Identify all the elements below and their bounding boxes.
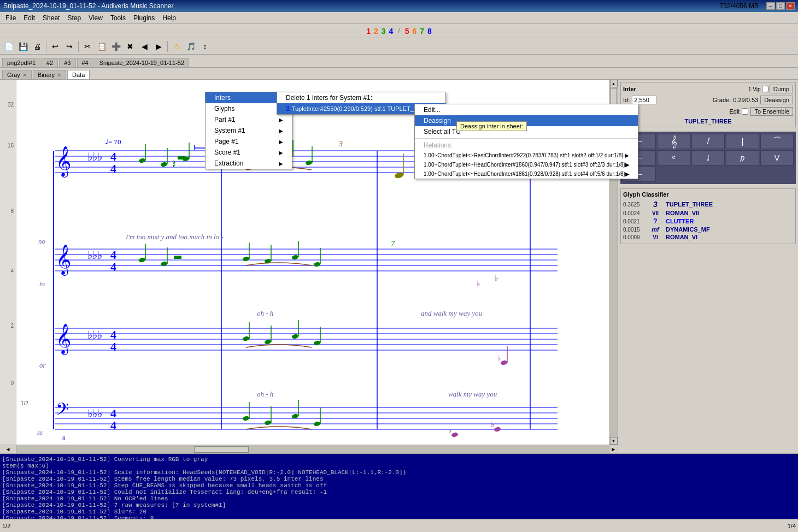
close-binary[interactable]: ✕ [57,72,61,78]
inter-name: TUPLET_THREE [623,118,793,125]
num-btn-5[interactable]: 5 [403,27,411,36]
tab-png2pdf1[interactable]: png2pdf#1 [2,58,40,67]
maximize-button[interactable]: □ [776,2,785,10]
deassign-button[interactable]: Deassign [760,96,793,104]
menu-relation-1[interactable]: 1.00~ChordTuplet<~RestChordInter#2922(0.… [415,151,638,160]
horizontal-scrollbar: ◄ ► [0,445,618,453]
symbol-time[interactable]: 𝄴 [657,150,690,165]
num-btn-6[interactable]: 6 [410,27,418,36]
paste-btn[interactable]: 📋 [95,40,108,52]
glyph-row-1: 0.3625 3 TUPLET_THREE [623,200,793,209]
tab-2[interactable]: #2 [42,58,58,67]
menu-page1[interactable]: Page #1 ▶ [206,136,292,147]
svg-text:4: 4 [110,340,116,353]
menu-relation-2[interactable]: 1.00~ChordTuplet<~HeadChordInter#1860(0.… [415,160,638,169]
vip-checkbox[interactable] [762,86,768,92]
symbol-p[interactable]: p [726,150,759,165]
print-btn[interactable]: 🖨 [31,40,44,52]
svg-point-94 [264,339,272,345]
svg-point-105 [264,420,272,426]
svg-point-112 [451,432,459,438]
redo-btn[interactable]: ↪ [63,40,76,52]
num-btn-7[interactable]: 7 [418,27,426,36]
menu-extraction[interactable]: Extraction ▶ [206,158,292,169]
svg-rect-62 [178,156,185,159]
vip-label: 1 Vip [748,86,761,92]
svg-text:𝄽: 𝄽 [173,160,175,168]
menu-step[interactable]: Step [64,13,84,23]
svg-text:oh    -     h: oh - h [257,309,273,317]
menu-file[interactable]: File [2,13,19,23]
menu-edit[interactable]: Edit... [415,104,638,115]
svg-text:♭: ♭ [497,354,501,362]
num-btn-4[interactable]: 4 [388,27,395,36]
menu-view[interactable]: View [85,13,106,23]
add-btn[interactable]: ➕ [109,40,122,52]
symbols-panel: ─ 𝄞 f | ⌒ ─ 𝄴 ♩ p V ─ [620,132,796,184]
symbol-arc[interactable]: ⌒ [760,134,794,149]
log-area[interactable]: [Snipaste_2024-10-19_01-11-52] Convertin… [0,453,798,519]
subtab-gray[interactable]: Gray ✕ [2,70,32,79]
h-scroll-track[interactable] [16,445,609,453]
menu-tools[interactable]: Tools [107,13,129,23]
del-btn[interactable]: ✖ [124,40,137,52]
symbol-f[interactable]: f [691,134,725,149]
menu-select-all-tu[interactable]: Select all TU [415,126,638,137]
to-ensemble-button[interactable]: To Ensemble [750,107,793,116]
menu-relation-3[interactable]: 1.00~ChordTuplet<~HeadChordInter#1861(0.… [415,169,638,179]
num-btn-1[interactable]: 1 [365,27,372,36]
num-btn-8[interactable]: 8 [426,27,433,36]
glyph-icon-5: VI [647,234,664,240]
prev-btn[interactable]: ◀ [138,40,151,52]
zoom-btn[interactable]: ↕ [198,40,212,52]
menu-sheet[interactable]: Sheet [39,13,63,23]
music-btn[interactable]: 🎵 [184,40,197,52]
symbol-note[interactable]: ♩ [691,150,725,165]
menu-plugins[interactable]: Plugins [130,13,158,23]
warn-btn[interactable]: ⚠ [170,40,183,52]
menu-deassign[interactable]: Deassign [415,115,638,126]
scroll-left-arrow[interactable]: ◄ [0,445,16,453]
scroll-down-btn[interactable]: ▼ [610,437,618,445]
svg-text:♭♭♭: ♭♭♭ [87,407,102,419]
tab-3[interactable]: #3 [59,58,75,67]
treble-clef-3: 𝄞 [56,323,71,355]
dump-button[interactable]: Dump [770,85,793,93]
svg-point-81 [242,256,250,262]
save-btn[interactable]: 💾 [16,40,30,52]
glyph-name-5: ROMAN_VI [666,234,697,240]
next-btn[interactable]: ▶ [152,40,165,52]
new-btn[interactable]: 📄 [2,40,15,52]
symbol-barline[interactable]: | [726,134,759,149]
menu-help[interactable]: Help [159,13,179,23]
menu-score1[interactable]: Score #1 ▶ [206,147,292,158]
menu-delete-inters[interactable]: Delete 1 inters for System #1: [277,92,445,103]
symbol-v[interactable]: V [760,150,794,165]
num-separator: / [395,27,403,35]
num-btn-2[interactable]: 2 [372,27,380,36]
menu-edit[interactable]: Edit [20,13,38,23]
glyph-row-3: 0.0021 ? CLUTTER [623,217,793,225]
close-button[interactable]: ✕ [786,2,795,10]
subtab-data[interactable]: Data [67,70,90,79]
cut-btn[interactable]: ✂ [81,40,94,52]
scroll-up-btn[interactable]: ▲ [610,80,618,87]
close-gray[interactable]: ✕ [22,72,27,78]
menu-part1[interactable]: Part #1 ▶ [206,114,292,125]
svg-text:ss: ss [37,428,43,436]
tab-4[interactable]: #4 [77,58,93,67]
minimize-button[interactable]: ─ [766,2,775,10]
svg-point-87 [313,262,321,268]
undo-btn[interactable]: ↩ [49,40,62,52]
id-field[interactable] [632,96,656,104]
scroll-right-arrow[interactable]: ► [609,445,618,453]
symbol-treble[interactable]: 𝄞 [657,134,690,149]
subtab-binary[interactable]: Binary ✕ [33,70,66,79]
tab-snipaste[interactable]: Snipaste_2024-10-19_01-11-52 [95,58,189,67]
app-title: Snipaste_2024-10-19_01-11-52 - Audiveris… [3,2,174,10]
h-scroll-thumb[interactable] [194,446,249,453]
num-btn-3[interactable]: 3 [380,27,388,36]
edit-checkbox[interactable] [742,108,748,115]
inter-section-title: Inter [623,86,636,92]
menu-system1[interactable]: System #1 ▶ [206,125,292,136]
